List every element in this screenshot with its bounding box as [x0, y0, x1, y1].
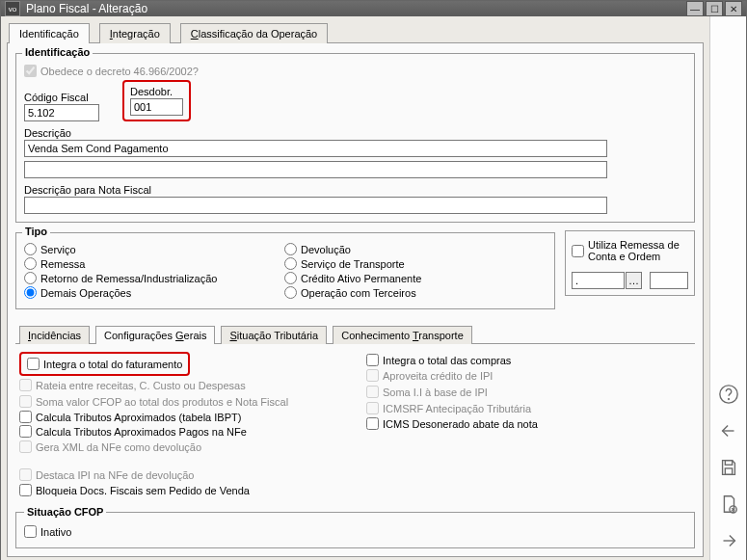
tipo-group-title: Tipo [22, 226, 50, 237]
chk-rateia-label: Rateia entre receitas, C. Custo ou Despe… [36, 380, 246, 391]
delete-doc-icon[interactable] [717, 493, 740, 516]
chk-inativo[interactable] [24, 525, 37, 538]
chk-gera-xml-label: Gera XML da NFe como devolução [36, 441, 201, 453]
chk-trib-aprox-label: Calcula Tributos Aproximados (tabela IBP… [36, 412, 241, 423]
situacao-cfop-group: Situação CFOP Inativo [15, 506, 695, 548]
radio-remessa[interactable] [24, 257, 37, 270]
chk-rateia [19, 379, 32, 391]
subtab-config-gerais[interactable]: Configurações Gerais [95, 326, 215, 344]
chk-integra-faturamento[interactable] [27, 358, 40, 370]
radio-serv-transporte[interactable] [284, 257, 297, 270]
radio-servico[interactable] [24, 243, 37, 255]
radio-retorno[interactable] [24, 272, 37, 284]
remessa-lookup-button[interactable]: … [626, 272, 642, 289]
radio-devolucao[interactable] [284, 243, 297, 255]
action-sidebar [709, 16, 746, 560]
main-tabstrip: Identificação Integração Classificação d… [7, 22, 704, 43]
radio-devolucao-label: Devolução [301, 244, 351, 255]
radio-op-terceiros[interactable] [284, 286, 297, 299]
chk-bloqueia-label: Bloqueia Docs. Fiscais sem Pedido de Ven… [36, 485, 250, 496]
chk-bloqueia[interactable] [19, 484, 32, 496]
remessa-label: Utiliza Remessa de Conta e Ordem [588, 239, 688, 262]
radio-servico-label: Serviço [40, 244, 76, 255]
subtab-incidencias[interactable]: Incidências [19, 326, 90, 344]
radio-serv-transporte-label: Serviço de Transporte [301, 258, 405, 270]
chk-icmsrf-label: ICMSRF Antecipação Tributária [383, 403, 531, 414]
radio-op-terceiros-label: Operação com Terceiros [301, 287, 416, 299]
app-window: vo Plano Fiscal - Alteração — ☐ ✕ Identi… [0, 0, 747, 560]
descricao-input[interactable] [24, 140, 607, 157]
desdobr-label: Desdobr. [130, 86, 183, 97]
radio-demais-label: Demais Operações [40, 287, 131, 299]
chk-gera-xml [19, 440, 32, 453]
decree-checkbox-row: Obedece o decreto 46.966/2002? [24, 64, 686, 78]
subtab-situacao-tributaria[interactable]: Situação Tributária [221, 326, 327, 344]
chk-soma-ii-label: Soma I.I à base de IPI [383, 387, 488, 398]
maximize-button[interactable]: ☐ [706, 1, 723, 16]
chk-aproveita-ipi [366, 369, 379, 382]
svg-rect-2 [725, 461, 732, 466]
svg-rect-3 [725, 468, 732, 474]
help-icon[interactable] [717, 383, 740, 406]
decree-label: Obedece o decreto 46.966/2002? [40, 66, 199, 77]
app-logo-icon: vo [5, 1, 20, 16]
svg-point-1 [728, 399, 729, 400]
chk-integra-faturamento-label: Integra o total do faturamento [43, 359, 182, 370]
radio-credito-label: Crédito Ativo Permanente [301, 273, 421, 284]
tab-integracao[interactable]: Integração [99, 23, 171, 43]
remessa-checkbox[interactable] [572, 245, 584, 257]
situacao-cfop-title: Situação CFOP [24, 506, 106, 518]
remessa-input-2[interactable] [650, 272, 688, 289]
svg-point-0 [719, 386, 736, 403]
radio-retorno-label: Retorno de Remessa/Industrialização [40, 273, 217, 284]
chk-soma-cfop-label: Soma valor CFOP ao total dos produtos e … [36, 396, 288, 408]
integra-faturamento-highlight: Integra o total do faturamento [19, 352, 190, 376]
main-panel: Identificação Obedece o decreto 46.966/2… [7, 43, 704, 557]
remessa-input-1[interactable] [572, 272, 625, 289]
chk-trib-nfe[interactable] [19, 425, 32, 438]
chk-inativo-label: Inativo [40, 526, 71, 538]
subtab-conhecimento-transporte[interactable]: Conhecimento Transporte [333, 326, 472, 344]
chk-destaca-ipi [19, 468, 32, 481]
identificacao-group: Identificação Obedece o decreto 46.966/2… [15, 53, 695, 223]
desdobr-highlight: Desdobr. [122, 80, 191, 121]
descricao-label: Descrição [24, 127, 686, 139]
chk-integra-compras[interactable] [366, 354, 379, 366]
save-icon[interactable] [717, 456, 740, 479]
chk-trib-nfe-label: Calcula Tributos Aproximados Pagos na NF… [36, 426, 247, 438]
chk-icms-desonerado[interactable] [366, 417, 379, 430]
chk-destaca-ipi-label: Destaca IPI na NFe de devolução [36, 469, 194, 481]
tab-classificacao[interactable]: Classificação da Operação [180, 23, 328, 43]
chk-soma-ii [366, 386, 379, 398]
tab-identificacao[interactable]: Identificação [9, 23, 90, 43]
descricao-nf-label: Descrição para Nota Fiscal [24, 184, 686, 196]
radio-remessa-label: Remessa [40, 258, 85, 270]
descricao-input-2[interactable] [24, 161, 607, 178]
titlebar: vo Plano Fiscal - Alteração — ☐ ✕ [1, 1, 746, 16]
close-button[interactable]: ✕ [725, 1, 742, 16]
decree-checkbox [24, 65, 37, 77]
minimize-button[interactable]: — [686, 1, 704, 16]
descricao-nf-input[interactable] [24, 197, 607, 214]
identificacao-group-title: Identificação [22, 46, 93, 58]
chk-icms-desonerado-label: ICMS Desonerado abate da nota [383, 418, 538, 430]
chk-icmsrf [366, 402, 379, 414]
radio-demais[interactable] [24, 286, 37, 299]
radio-credito[interactable] [284, 272, 297, 284]
sub-tabstrip: Incidências Configurações Gerais Situaçã… [15, 325, 695, 344]
codigo-fiscal-input[interactable] [24, 104, 99, 121]
chk-integra-compras-label: Integra o total das compras [383, 355, 511, 366]
chk-aproveita-ipi-label: Aproveita crédito de IPI [383, 370, 493, 382]
window-title: Plano Fiscal - Alteração [26, 2, 684, 15]
chk-soma-cfop [19, 395, 32, 408]
forward-arrow-icon[interactable] [717, 529, 740, 552]
chk-trib-aprox[interactable] [19, 411, 32, 423]
desdobr-input[interactable] [130, 98, 183, 116]
remessa-box: Utiliza Remessa de Conta e Ordem … [565, 230, 695, 296]
codigo-fiscal-label: Código Fiscal [24, 92, 99, 103]
back-arrow-icon[interactable] [717, 419, 740, 442]
tipo-group: Tipo Serviço Remessa Retorno de Remessa/… [15, 232, 555, 309]
